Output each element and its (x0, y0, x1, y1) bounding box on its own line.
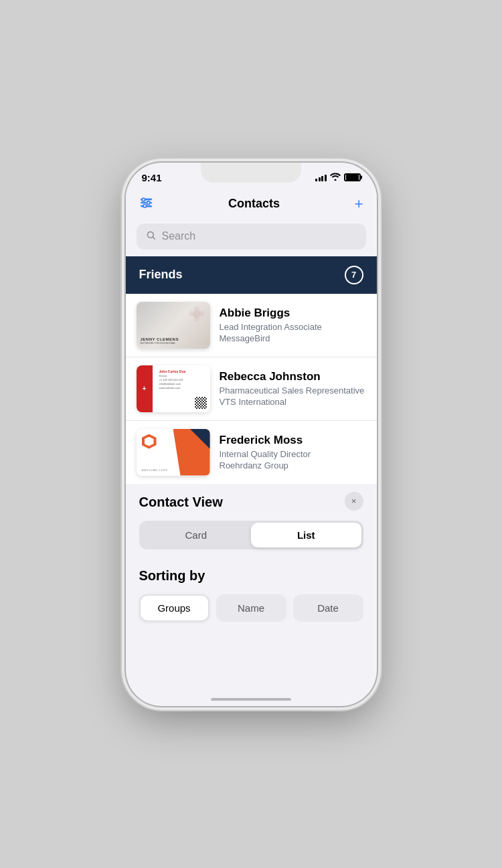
contact-info: Frederick Moss Internal Quality Director… (220, 434, 366, 470)
friends-count-badge: 7 (345, 266, 363, 284)
status-time: 9:41 (142, 172, 162, 183)
contact-info: Rebecca Johnston Pharmaceutical Sales Re… (220, 370, 366, 407)
logo-hexagon (142, 434, 157, 449)
contact-item[interactable]: + John Carlos Due Doctor +1 123 124 123 … (126, 357, 377, 421)
search-bar[interactable]: Search (137, 224, 366, 250)
page-title: Contacts (154, 197, 355, 211)
section-title: Friends (139, 268, 183, 282)
contact-name: Rebecca Johnston (220, 370, 366, 383)
sort-option-name[interactable]: Name (216, 594, 286, 622)
contact-item[interactable]: JENNY CLEMENS NETWORK PROFESSIONAL Abbie… (126, 294, 377, 357)
contact-card-thumbnail: JENNY CLEMENS NETWORK PROFESSIONAL (137, 302, 210, 349)
sorting-label: Sorting by (139, 568, 363, 584)
contact-job: Lead Integration Associate (220, 322, 366, 332)
contact-company: Roehrdanz Group (220, 460, 366, 470)
search-icon (146, 230, 157, 243)
contacts-list: JENNY CLEMENS NETWORK PROFESSIONAL Abbie… (126, 294, 377, 484)
phone-frame: 9:41 (126, 163, 377, 706)
home-indicator (211, 698, 291, 701)
add-contact-button[interactable]: + (355, 197, 363, 211)
svg-point-14 (193, 306, 199, 311)
friends-section-header: Friends 7 (126, 256, 377, 294)
svg-point-15 (193, 315, 199, 321)
search-container: Search (126, 220, 377, 256)
view-option-card[interactable]: Card (141, 523, 252, 547)
svg-point-11 (143, 204, 146, 207)
status-icons (315, 173, 361, 183)
contact-company: VTS International (220, 397, 366, 407)
battery-icon (344, 173, 361, 181)
contact-card-thumbnail: + John Carlos Due Doctor +1 123 124 123 … (137, 365, 210, 412)
svg-point-16 (189, 311, 194, 316)
app-content: Contacts + Search Friends 7 (126, 187, 377, 701)
contact-job: Internal Quality Director (220, 449, 366, 459)
wifi-icon (330, 173, 341, 183)
sort-option-date[interactable]: Date (293, 594, 363, 622)
svg-point-17 (198, 311, 203, 316)
bottom-sheet: × Contact View Card List Sorting by Grou… (126, 484, 377, 642)
card-decoration (187, 305, 206, 323)
contact-company: MessageBird (220, 333, 366, 343)
contact-view-toggle: Card List (139, 521, 363, 549)
search-placeholder: Search (162, 230, 196, 242)
sort-option-groups[interactable]: Groups (139, 594, 210, 622)
contact-info: Abbie Briggs Lead Integration Associate … (220, 307, 366, 343)
notch (201, 163, 301, 183)
close-button[interactable]: × (345, 492, 363, 511)
contact-card-thumbnail: AWESOME CORP (137, 429, 210, 476)
view-option-list[interactable]: List (251, 523, 361, 547)
qr-code (195, 397, 207, 409)
svg-point-9 (142, 198, 145, 201)
contact-name: Frederick Moss (220, 434, 366, 447)
contact-view-label: Contact View (139, 495, 363, 510)
signal-bars-icon (315, 173, 327, 181)
contact-name: Abbie Briggs (220, 307, 366, 320)
sorting-group: Groups Name Date (139, 594, 363, 622)
contact-item[interactable]: AWESOME CORP Frederick Moss Internal Qua… (126, 421, 377, 484)
contact-job: Pharmaceutical Sales Representative (220, 385, 366, 396)
filter-button[interactable] (139, 195, 154, 213)
app-header: Contacts + (126, 187, 377, 220)
svg-point-10 (147, 201, 150, 204)
